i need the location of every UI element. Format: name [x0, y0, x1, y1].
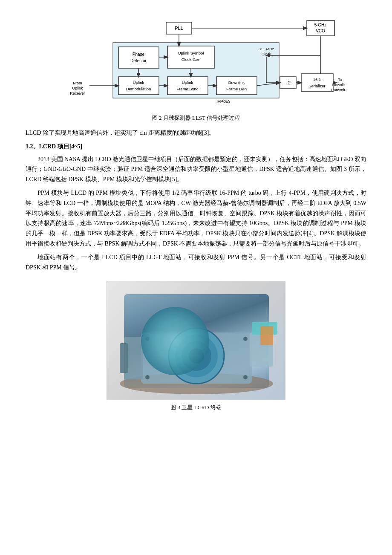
svg-point-64: [243, 337, 248, 341]
svg-rect-61: [260, 326, 273, 345]
svg-rect-26: [301, 74, 333, 92]
svg-text:Frame Sync: Frame Sync: [176, 87, 198, 91]
fig2-caption: 图 2 月球探测器 LLST 信号处理过程: [26, 114, 366, 122]
svg-point-62: [145, 337, 150, 341]
svg-text:311 MHz: 311 MHz: [259, 47, 274, 51]
svg-text:16:1: 16:1: [313, 77, 321, 82]
svg-point-63: [145, 375, 150, 379]
svg-text:Downlink: Downlink: [332, 83, 345, 87]
fig3-caption: 图 3 卫星 LCRD 终端: [26, 404, 366, 411]
svg-text:Demodulation: Demodulation: [126, 87, 151, 91]
svg-text:Uplink: Uplink: [133, 80, 144, 85]
svg-text:PLL: PLL: [175, 26, 183, 31]
svg-text:5 GHz: 5 GHz: [314, 23, 326, 27]
fig3-image: [107, 281, 285, 400]
diagram-section: FPGA PLL 5 GHz VCO Phase Detector Uplink…: [26, 17, 366, 111]
svg-point-56: [189, 348, 204, 364]
svg-text:Clock Gen: Clock Gen: [182, 57, 200, 62]
svg-rect-58: [120, 343, 128, 373]
svg-rect-13: [118, 77, 159, 95]
svg-text:Frame Gen: Frame Gen: [226, 87, 247, 91]
svg-text:To: To: [338, 78, 342, 82]
svg-rect-16: [167, 77, 208, 95]
para1: LLCD 除了实现月地高速通信外，还实现了 cm 距离精度的测距功能[3]。: [26, 128, 366, 138]
para4: 地面站有两个，一个是 LLCD 项目中的 LLGT 地面站，可接收和发射 PPM…: [26, 252, 366, 273]
svg-text:Uplink: Uplink: [182, 80, 193, 85]
svg-text:Receiver: Receiver: [70, 91, 85, 95]
svg-text:From: From: [73, 81, 82, 85]
svg-text:Serializer: Serializer: [308, 84, 326, 88]
fig3-image-container: [26, 281, 366, 400]
section-title: 1.2、LCRD 项目[4~5]: [26, 142, 366, 152]
svg-text:FPGA: FPGA: [217, 99, 231, 104]
svg-text:Detector: Detector: [130, 58, 147, 63]
svg-rect-7: [118, 47, 159, 68]
svg-text:Transmitter: Transmitter: [330, 88, 345, 92]
para3: PPM 模块与 LLCD 的 PPM 模块类似，下行将使用 1/2 码率串行级联…: [26, 188, 366, 249]
svg-text:Downlink: Downlink: [228, 80, 245, 85]
svg-text:Uplink: Uplink: [72, 86, 83, 90]
svg-point-55: [182, 341, 211, 371]
svg-text:Uplink Symbol: Uplink Symbol: [178, 51, 204, 55]
svg-text:÷2: ÷2: [285, 80, 291, 85]
para2: 2013 美国 NASA 提出 LCRD 激光通信卫星中继项目（后面的数据都是预…: [26, 154, 366, 185]
svg-rect-19: [216, 77, 257, 95]
signal-processing-diagram: FPGA PLL 5 GHz VCO Phase Detector Uplink…: [47, 17, 345, 111]
svg-text:VCO: VCO: [316, 29, 325, 33]
svg-point-65: [243, 375, 248, 379]
svg-text:Phase: Phase: [133, 52, 145, 57]
